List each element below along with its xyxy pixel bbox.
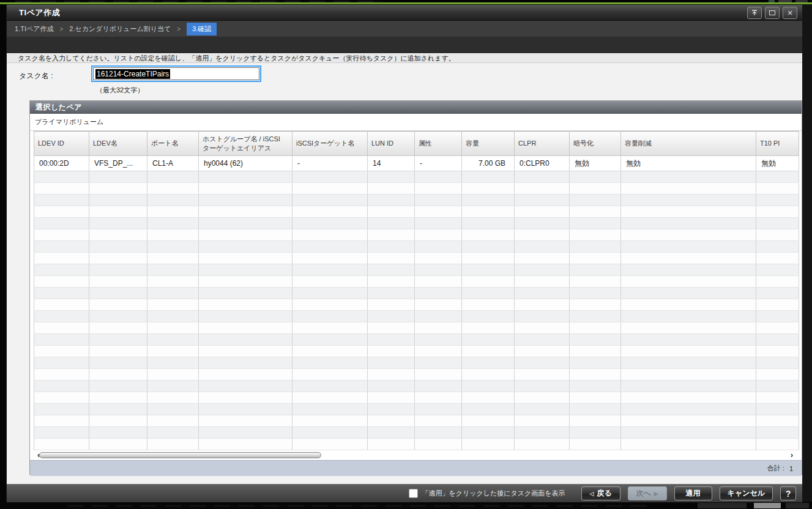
empty-cell	[515, 357, 570, 369]
empty-cell	[570, 381, 621, 392]
back-button[interactable]: ◁ 戻る	[581, 486, 620, 500]
empty-cell	[147, 322, 199, 334]
empty-cell	[89, 322, 147, 334]
empty-cell	[199, 218, 292, 229]
close-window-button[interactable]: ✕	[783, 7, 797, 19]
back-arrow-icon: ◁	[589, 491, 594, 497]
column-header[interactable]: ホストグループ名 / iSCSI ターゲットエイリアス	[199, 132, 292, 156]
empty-cell	[292, 276, 368, 288]
empty-cell	[462, 229, 515, 241]
column-header[interactable]: T10 PI	[756, 132, 799, 156]
column-header[interactable]: 暗号化	[570, 132, 621, 156]
empty-cell	[199, 206, 292, 218]
column-header[interactable]: 容量	[462, 132, 515, 156]
empty-cell	[756, 415, 799, 427]
table-cell: 無効	[570, 156, 621, 171]
pairs-table: LDEV IDLDEV名ポート名ホストグループ名 / iSCSI ターゲットエイ…	[34, 131, 799, 450]
empty-cell	[34, 322, 89, 334]
breadcrumb-step-1: 1.TIペア作成	[15, 24, 53, 34]
empty-table-row	[34, 439, 799, 450]
empty-cell	[147, 381, 199, 392]
task-name-input[interactable]: 161214-CreateTIPairs	[91, 65, 261, 82]
empty-cell	[621, 229, 756, 241]
empty-cell	[292, 415, 368, 427]
empty-cell	[462, 241, 515, 253]
column-header[interactable]: ポート名	[147, 132, 199, 156]
column-header[interactable]: 容量削減	[621, 132, 756, 156]
column-header[interactable]: CLPR	[515, 132, 570, 156]
empty-cell	[621, 346, 756, 357]
empty-cell	[570, 218, 621, 229]
empty-cell	[570, 264, 621, 276]
instruction-bar: タスク名を入力してください。リストの設定を確認し、「適用」をクリックするとタスク…	[7, 53, 802, 63]
empty-cell	[415, 218, 462, 229]
empty-table-row	[34, 299, 799, 311]
empty-table-row	[34, 264, 799, 276]
empty-cell	[415, 322, 462, 334]
empty-cell	[199, 311, 292, 322]
empty-cell	[756, 369, 799, 381]
empty-cell	[368, 427, 415, 439]
table-cell: -	[292, 156, 368, 171]
column-header[interactable]: 属性	[415, 132, 462, 156]
empty-cell	[147, 357, 199, 369]
empty-cell	[415, 299, 462, 311]
empty-cell	[462, 369, 515, 381]
column-header[interactable]: iSCSIターゲット名	[292, 132, 368, 156]
shade-window-button[interactable]	[747, 7, 762, 19]
empty-cell	[621, 218, 756, 229]
empty-cell	[515, 322, 570, 334]
empty-cell	[89, 288, 147, 299]
empty-cell	[34, 404, 89, 415]
empty-cell	[415, 392, 462, 404]
empty-cell	[34, 299, 89, 311]
empty-cell	[292, 439, 368, 450]
empty-cell	[147, 334, 199, 346]
breadcrumb-separator: >	[59, 26, 63, 32]
maximize-icon	[769, 10, 775, 15]
empty-cell	[147, 288, 199, 299]
empty-cell	[756, 439, 799, 450]
empty-cell	[292, 218, 368, 229]
empty-cell	[570, 229, 621, 241]
table-row[interactable]: 00:00:2DVFS_DP_...CL1-Ahy0044 (62)-14-7.…	[34, 156, 799, 171]
scroll-right-icon[interactable]: ›	[788, 451, 795, 459]
show-task-screen-checkbox[interactable]	[409, 489, 418, 498]
empty-cell	[515, 195, 570, 206]
empty-cell	[292, 195, 368, 206]
empty-cell	[292, 346, 368, 357]
empty-cell	[34, 392, 89, 404]
column-header[interactable]: LDEV ID	[34, 132, 89, 156]
breadcrumb-step-3-active: 3.確認	[187, 23, 217, 35]
empty-table-row	[34, 253, 799, 264]
empty-cell	[368, 311, 415, 322]
empty-cell	[515, 206, 570, 218]
show-task-screen-label: 「適用」をクリックした後にタスク画面を表示	[422, 489, 565, 498]
empty-cell	[199, 299, 292, 311]
scrollbar-thumb[interactable]	[39, 452, 321, 458]
empty-table-row	[34, 415, 799, 427]
apply-button[interactable]: 適用	[674, 486, 712, 500]
empty-cell	[621, 311, 756, 322]
cancel-button[interactable]: キャンセル	[720, 486, 773, 500]
empty-cell	[415, 415, 462, 427]
column-header[interactable]: LDEV名	[89, 132, 147, 156]
empty-cell	[570, 415, 621, 427]
empty-cell	[415, 427, 462, 439]
column-header[interactable]: LUN ID	[368, 132, 415, 156]
horizontal-scrollbar[interactable]: ‹ ›	[30, 450, 802, 460]
task-name-hint: （最大32文字）	[96, 86, 144, 95]
empty-cell	[89, 183, 147, 195]
empty-cell	[292, 392, 368, 404]
empty-cell	[462, 253, 515, 264]
empty-cell	[199, 171, 292, 183]
table-cell: 無効	[756, 156, 799, 171]
empty-cell	[570, 253, 621, 264]
empty-cell	[756, 299, 799, 311]
maximize-window-button[interactable]	[765, 7, 780, 19]
empty-cell	[621, 369, 756, 381]
background-app-fragment	[795, 0, 808, 2]
empty-cell	[89, 253, 147, 264]
empty-cell	[515, 404, 570, 415]
help-button[interactable]: ?	[780, 486, 796, 500]
